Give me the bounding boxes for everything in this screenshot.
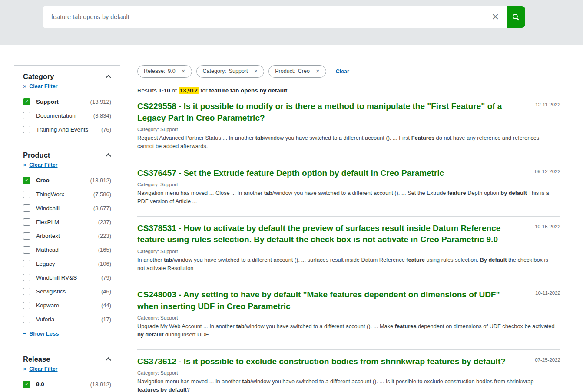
checkbox[interactable] (23, 218, 30, 226)
results-summary-segment: feature tab opens by default (209, 87, 287, 94)
section-title: Category (23, 72, 54, 81)
show-less-link[interactable]: −Show Less (23, 330, 59, 337)
checkbox[interactable] (23, 260, 30, 267)
filter-option[interactable]: FlexPLM(237) (23, 218, 111, 226)
filter-options: ✓9.0(13,912)4.0(23,069) (23, 381, 111, 392)
section-collapse-toggle[interactable]: Release (23, 355, 111, 363)
result-snippet: Navigation menu has moved ... In another… (137, 377, 556, 392)
filter-option-count: (44) (101, 302, 111, 309)
checkbox-checked[interactable]: ✓ (23, 177, 30, 184)
results-summary-segment: of (170, 87, 179, 94)
search-input[interactable] (43, 6, 507, 28)
chip-value: Support (229, 68, 248, 74)
result-title-link[interactable]: CS248003 - Any setting to have by defaul… (137, 289, 535, 312)
result-title-link[interactable]: CS376457 - Set the Extrude feature Depth… (137, 168, 535, 179)
filter-option-count: (13,912) (90, 177, 111, 184)
clear-filter-link[interactable]: ×Clear Filter (23, 162, 58, 168)
result-title-link[interactable]: CS378531 - How to activate by default th… (137, 223, 535, 246)
checkbox-checked[interactable]: ✓ (23, 381, 30, 388)
chip-remove-icon[interactable]: × (182, 69, 186, 73)
filter-option-label: Legacy (36, 260, 55, 267)
chip-label: Release: (144, 68, 165, 74)
checkbox[interactable] (23, 246, 30, 254)
result-header: CS378531 - How to activate by default th… (137, 223, 560, 246)
clear-filter-link[interactable]: ×Clear Filter (23, 366, 58, 372)
filter-option[interactable]: Legacy(106) (23, 260, 111, 267)
filter-option-count: (165) (98, 247, 111, 253)
filter-options: ✓Support(13,912)Documentation(3,834)Trai… (23, 98, 111, 133)
filter-chip[interactable]: Release:9.0× (137, 65, 192, 78)
clear-filter-x-icon: × (23, 84, 26, 89)
snippet-segment: /window you have switched to a different… (264, 135, 411, 141)
filter-option[interactable]: Kepware(44) (23, 302, 111, 309)
results-summary: Results 1-10 of 13,912 for feature tab o… (137, 87, 560, 94)
filter-option[interactable]: Servigistics(46) (23, 288, 111, 295)
snippet-segment: ? (187, 386, 190, 392)
filter-option-label: Windchill RV&S (36, 274, 77, 281)
filter-option[interactable]: Arbortext(223) (23, 232, 111, 240)
filter-option[interactable]: Vuforia(17) (23, 316, 111, 323)
snippet-segment: /window you have switched to a different… (172, 257, 406, 263)
filter-option-label: Servigistics (36, 288, 66, 295)
filter-option-count: (79) (101, 274, 111, 281)
search-button[interactable] (507, 6, 525, 28)
filter-section-product: Product×Clear Filter✓Creo(13,912)ThingWo… (14, 144, 120, 346)
checkbox[interactable] (23, 112, 30, 119)
result-category-value: Support (160, 315, 178, 320)
filter-option[interactable]: Mathcad(165) (23, 246, 111, 254)
section-title: Release (23, 355, 50, 363)
results-list: CS229558 - Is it possible to modify or i… (137, 95, 560, 392)
filter-option-count: (46) (101, 288, 111, 295)
snippet-segment: /window you have switched to a different… (250, 378, 533, 385)
filter-option[interactable]: Training And Events(76) (23, 126, 111, 133)
snippet-segment: dependent on dimensions of UDF checbox b… (417, 323, 555, 329)
clear-all-filters-link[interactable]: Clear (336, 69, 349, 75)
result-header: CS376457 - Set the Extrude feature Depth… (137, 168, 560, 179)
checkbox[interactable] (23, 204, 30, 212)
filter-option-label: Arbortext (36, 233, 60, 239)
checkbox[interactable] (23, 274, 30, 281)
snippet-segment: Request Advanced Partner Status ... In a… (137, 135, 255, 141)
clear-filter-text: Clear Filter (29, 83, 57, 89)
checkbox[interactable] (23, 232, 30, 240)
checkbox[interactable] (23, 191, 30, 198)
section-collapse-toggle[interactable]: Product (23, 151, 111, 159)
clear-filter-text: Clear Filter (29, 162, 57, 168)
result-title-link[interactable]: CS373612 - Is it possible to exclude con… (137, 356, 535, 368)
clear-search-icon[interactable]: ✕ (489, 11, 501, 23)
clear-filter-text: Clear Filter (29, 366, 57, 372)
filter-option[interactable]: Documentation(3,834) (23, 112, 111, 119)
filter-option[interactable]: ✓Support(13,912) (23, 98, 111, 105)
snippet-segment: features (395, 323, 417, 329)
snippet-segment: /window you have switched to a different… (272, 190, 447, 196)
snippet-segment: feature (406, 257, 425, 263)
chevron-up-icon (106, 75, 111, 80)
filter-option-label: FlexPLM (36, 219, 59, 225)
search-bar: ✕ (0, 0, 583, 45)
search-result: CS378531 - How to activate by default th… (137, 216, 560, 283)
filter-option[interactable]: ThingWorx(7,586) (23, 191, 111, 198)
filter-option[interactable]: ✓9.0(13,912) (23, 381, 111, 388)
checkbox[interactable] (23, 302, 30, 309)
section-collapse-toggle[interactable]: Category (23, 72, 111, 81)
checkbox[interactable] (23, 126, 30, 133)
checkbox[interactable] (23, 316, 30, 323)
chevron-up-icon (106, 153, 111, 159)
filter-option-count: (17) (101, 316, 111, 323)
snippet-segment: tab (164, 257, 172, 263)
result-category: Category: Support (137, 182, 560, 187)
filter-option-label: Creo (36, 177, 50, 184)
clear-filter-link[interactable]: ×Clear Filter (23, 83, 58, 89)
chip-remove-icon[interactable]: × (316, 69, 320, 73)
filter-option[interactable]: Windchill(3,677) (23, 204, 111, 212)
filter-option[interactable]: Windchill RV&S(79) (23, 274, 111, 281)
filter-option[interactable]: ✓Creo(13,912) (23, 177, 111, 184)
result-category-value: Support (160, 182, 178, 187)
checkbox[interactable] (23, 288, 30, 295)
checkbox-checked[interactable]: ✓ (23, 98, 30, 105)
chip-remove-icon[interactable]: × (254, 69, 258, 73)
filter-chip[interactable]: Category:Support× (196, 65, 265, 78)
result-title-link[interactable]: CS229558 - Is it possible to modify or i… (137, 101, 535, 124)
result-date: 10-15-2022 (535, 223, 560, 229)
filter-chip[interactable]: Product:Creo× (268, 65, 326, 78)
